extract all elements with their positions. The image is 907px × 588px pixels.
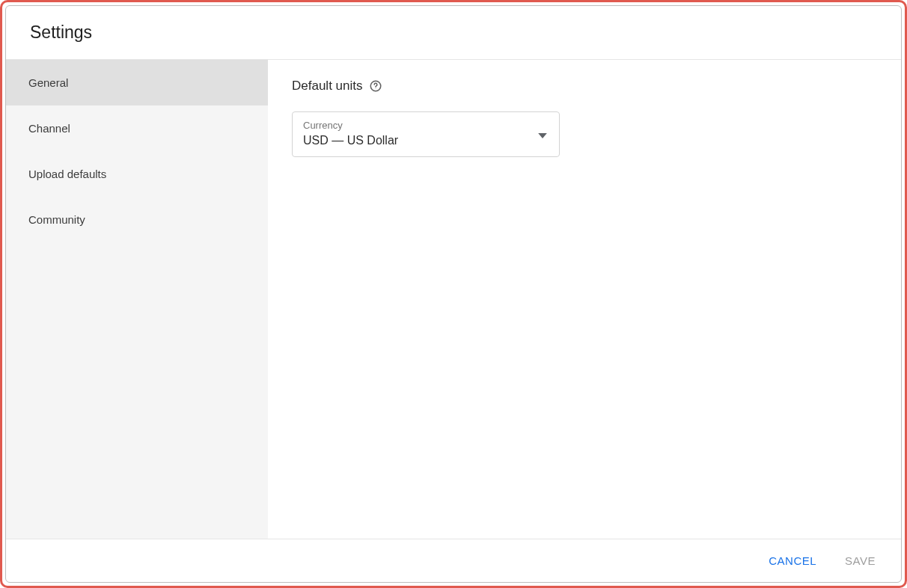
currency-select-value: USD — US Dollar [303,134,549,147]
sidebar-item-label: Channel [28,122,70,135]
sidebar-item-label: Community [28,213,85,226]
settings-main: Default units Currency USD — US Dollar [268,60,901,539]
dialog-body: General Channel Upload defaults Communit… [6,60,901,539]
save-button[interactable]: SAVE [842,550,879,572]
highlight-frame: Settings General Channel Upload defaults… [0,0,907,588]
svg-point-1 [375,88,376,89]
sidebar-item-upload-defaults[interactable]: Upload defaults [6,151,268,197]
section-title: Default units [292,79,363,94]
sidebar-item-label: General [28,76,68,89]
currency-select-label: Currency [303,120,549,131]
chevron-down-icon [538,128,547,141]
settings-sidebar: General Channel Upload defaults Communit… [6,60,268,539]
dialog-footer: CANCEL SAVE [6,539,901,582]
sidebar-item-general[interactable]: General [6,60,268,105]
sidebar-item-label: Upload defaults [28,168,106,180]
section-heading: Default units [292,79,877,94]
currency-select[interactable]: Currency USD — US Dollar [292,111,560,157]
cancel-button[interactable]: CANCEL [766,550,819,572]
sidebar-item-channel[interactable]: Channel [6,105,268,151]
dialog-header: Settings [6,6,901,60]
dialog-title: Settings [30,22,877,43]
help-outline-icon[interactable] [369,79,382,93]
sidebar-item-community[interactable]: Community [6,197,268,242]
settings-dialog: Settings General Channel Upload defaults… [5,5,902,583]
